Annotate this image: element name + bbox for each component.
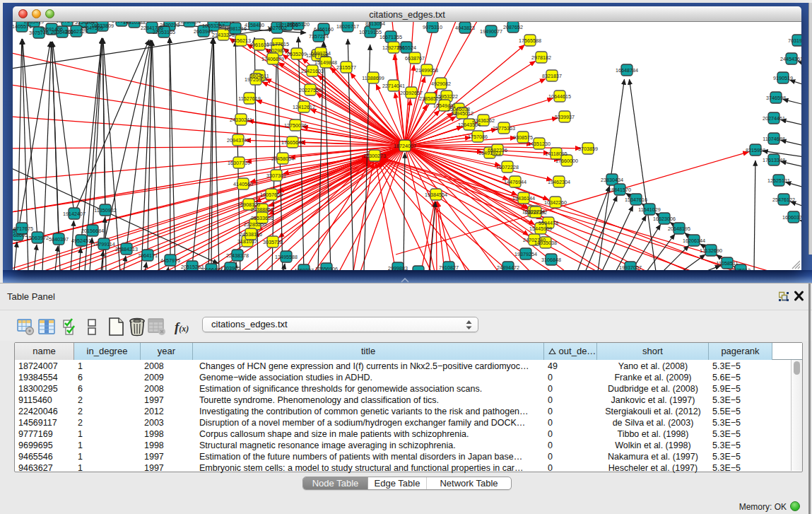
svg-text:1757086: 1757086 (468, 134, 488, 140)
svg-text:15029873: 15029873 (266, 47, 288, 54)
svg-text:23300273: 23300273 (363, 153, 386, 159)
svg-text:16671355: 16671355 (379, 34, 402, 40)
svg-text:19384554: 19384554 (425, 192, 447, 198)
svg-text:14351230: 14351230 (528, 141, 551, 147)
svg-text:21770515: 21770515 (407, 269, 430, 271)
svg-text:16072228: 16072228 (496, 164, 519, 170)
svg-text:17406879: 17406879 (261, 56, 284, 62)
svg-text:20274461: 20274461 (763, 115, 785, 122)
svg-text:16060376: 16060376 (782, 214, 801, 221)
svg-text:12525131: 12525131 (767, 177, 790, 184)
svg-text:13038362: 13038362 (524, 209, 547, 216)
svg-text:6466160: 6466160 (314, 26, 334, 33)
svg-text:14310388: 14310388 (123, 22, 146, 25)
svg-text:3181037: 3181037 (237, 238, 257, 245)
svg-text:22714041: 22714041 (382, 83, 405, 89)
svg-text:3746598: 3746598 (766, 95, 786, 101)
svg-text:3035728: 3035728 (263, 239, 283, 245)
svg-text:21499058: 21499058 (416, 67, 438, 74)
svg-text:11541029: 11541029 (638, 206, 660, 213)
svg-text:24894472: 24894472 (497, 264, 519, 271)
svg-text:8813054: 8813054 (365, 22, 385, 27)
svg-text:17660000: 17660000 (555, 158, 578, 164)
svg-text:15445909: 15445909 (529, 226, 552, 232)
svg-text:10057659: 10057659 (260, 192, 283, 198)
svg-text:25533636: 25533636 (251, 215, 273, 221)
svg-text:24454361: 24454361 (780, 56, 801, 62)
svg-text:8321837: 8321837 (542, 73, 562, 79)
svg-text:24388850: 24388850 (251, 206, 273, 213)
svg-text:22438378: 22438378 (226, 252, 249, 259)
svg-text:18841570: 18841570 (608, 187, 631, 193)
svg-text:12412612: 12412612 (293, 104, 315, 110)
svg-text:20458054: 20458054 (271, 156, 294, 162)
svg-text:4043823: 4043823 (455, 25, 475, 31)
svg-text:2999883: 2999883 (388, 265, 408, 271)
svg-text:6582326: 6582326 (488, 147, 507, 153)
svg-text:9190519: 9190519 (773, 75, 793, 81)
svg-text:9308575: 9308575 (513, 134, 533, 141)
svg-text:13945012: 13945012 (451, 110, 473, 117)
svg-text:11527619: 11527619 (238, 95, 260, 102)
svg-text:23285250: 23285250 (244, 221, 266, 228)
svg-text:19799114: 19799114 (93, 241, 114, 247)
svg-text:12750036: 12750036 (284, 122, 307, 129)
svg-text:23884213: 23884213 (115, 246, 138, 252)
svg-text:10644615: 10644615 (548, 93, 571, 100)
svg-text:4140560: 4140560 (233, 181, 253, 187)
svg-text:25476122: 25476122 (772, 197, 795, 203)
svg-text:19218506: 19218506 (276, 22, 298, 28)
svg-text:3106848: 3106848 (541, 257, 561, 263)
svg-text:15149848: 15149848 (314, 59, 337, 66)
svg-text:6638767: 6638767 (405, 55, 425, 62)
svg-text:13495588: 13495588 (275, 254, 298, 260)
svg-text:17565588: 17565588 (519, 37, 541, 44)
svg-text:19142407: 19142407 (63, 211, 86, 217)
svg-text:20647509: 20647509 (81, 25, 103, 31)
svg-text:6535209: 6535209 (287, 51, 307, 57)
svg-text:11074688: 11074688 (763, 136, 784, 142)
svg-text:23421603: 23421603 (301, 68, 324, 74)
svg-text:20166438: 20166438 (200, 267, 223, 271)
svg-text:3703859: 3703859 (578, 146, 598, 152)
svg-text:18981216: 18981216 (224, 25, 247, 32)
svg-text:20364361: 20364361 (51, 29, 73, 35)
svg-text:3075745: 3075745 (29, 30, 49, 36)
svg-text:19490077: 19490077 (480, 28, 502, 35)
svg-text:25775363: 25775363 (493, 125, 515, 132)
svg-text:4457975: 4457975 (160, 257, 180, 264)
svg-text:11388699: 11388699 (362, 75, 384, 81)
svg-text:7910827: 7910827 (439, 264, 459, 271)
svg-text:14118095: 14118095 (545, 151, 567, 157)
svg-text:19462304: 19462304 (548, 179, 570, 185)
svg-text:22053165: 22053165 (153, 29, 175, 35)
svg-text:2620223: 2620223 (160, 22, 180, 28)
svg-text:23830434: 23830434 (601, 177, 623, 183)
svg-text:20227559: 20227559 (299, 87, 322, 93)
svg-text:9075310: 9075310 (423, 24, 442, 30)
svg-text:19725914: 19725914 (245, 76, 267, 83)
svg-text:13132690: 13132690 (700, 247, 722, 254)
svg-text:19436144: 19436144 (512, 195, 535, 201)
svg-text:20648195: 20648195 (668, 226, 690, 232)
svg-text:12643564: 12643564 (458, 122, 481, 128)
svg-text:3456213: 3456213 (231, 37, 251, 44)
svg-text:15953222: 15953222 (435, 93, 458, 100)
svg-text:2663941: 2663941 (194, 28, 213, 35)
svg-text:4929082: 4929082 (431, 81, 451, 87)
svg-text:17665640: 17665640 (281, 139, 304, 146)
svg-text:11058511: 11058511 (717, 260, 739, 267)
svg-text:19379254: 19379254 (514, 251, 537, 257)
svg-text:18724007: 18724007 (394, 143, 416, 149)
svg-text:7064171: 7064171 (138, 252, 158, 259)
svg-text:24330241: 24330241 (230, 117, 252, 123)
svg-text:5468605: 5468605 (13, 232, 28, 238)
svg-text:16206344: 16206344 (683, 238, 705, 244)
svg-text:17656906: 17656906 (315, 266, 338, 271)
svg-text:10717675: 10717675 (13, 226, 33, 232)
svg-text:9335812: 9335812 (731, 267, 751, 271)
svg-text:12927396: 12927396 (382, 45, 405, 51)
svg-text:5840397: 5840397 (49, 236, 69, 243)
svg-text:6099754: 6099754 (311, 50, 331, 57)
svg-text:14935038: 14935038 (534, 240, 557, 246)
